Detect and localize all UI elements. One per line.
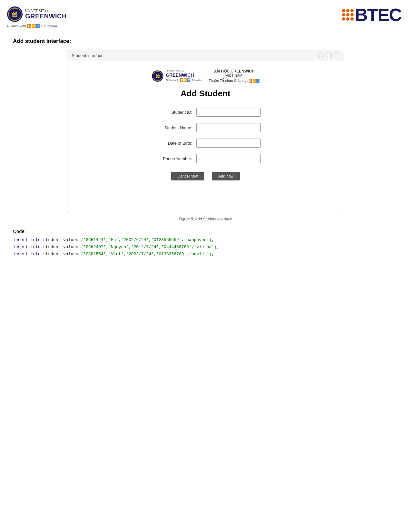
header-left: ✦ UoG UNIVERSITY of GREENWICH Alliance w… [6,6,67,28]
student-interface-window: Student interface UoG [67,50,344,213]
modal-university-right: ĐẠI HỌC GREENWICH (VIỆT NAM) Thuộc Tổ ch… [209,69,259,83]
university-name-block: UNIVERSITY of GREENWICH [25,9,67,20]
window-titlebar: Student interface [67,50,344,61]
window-close-button[interactable] [334,53,339,58]
dob-input[interactable] [196,139,261,148]
svg-rect-4 [13,12,14,14]
add-student-heading: Add Student [83,89,328,99]
svg-text:UoG: UoG [13,14,17,16]
phone-group: Phone Number: [83,154,328,163]
university-emblem-icon: ✦ UoG [6,6,23,23]
university-of-text: UNIVERSITY of [25,9,67,13]
university-logo: ✦ UoG UNIVERSITY of GREENWICH [6,6,67,23]
modal-fpt-right-logo-icon: FPT [250,79,259,83]
modal-university-name-block: UNIVERSITY of GREENWICH Alliance with FP… [166,70,202,82]
window-controls [318,53,339,58]
code-line-1: insert into student values ('GCH1444','H… [13,237,398,244]
svg-rect-10 [156,74,157,75]
add-button[interactable]: Add now [212,172,240,180]
svg-rect-11 [158,74,159,75]
window-maximize-button[interactable] [326,53,332,58]
modal-university-emblem-icon: UoG [152,70,164,82]
page-header: ✦ UoG UNIVERSITY of GREENWICH Alliance w… [0,0,411,32]
page-content: Add student interface: Student interface [0,32,411,271]
student-id-group: Student ID: [83,108,328,117]
svg-text:UoG: UoG [156,76,160,78]
modal-alliance-text: Alliance with FPT Education [166,78,202,82]
university-name-text: GREENWICH [25,13,67,20]
code-label: Code: [13,228,398,234]
btec-dots-icon [342,9,354,21]
phone-label: Phone Number: [151,156,192,161]
code-line-2: insert into student values ('GCH2407','N… [13,244,398,251]
modal-app-header: UoG UNIVERSITY of GREENWICH Alliance wit… [83,69,328,83]
cancel-button[interactable]: Cancel now [171,172,204,180]
student-id-input[interactable] [196,108,261,117]
code-block: insert into student values ('GCH1444','H… [13,237,398,258]
window-minimize-button[interactable] [318,53,324,58]
window-title: Student interface [72,53,103,58]
alliance-text: Alliance with FPT Education [6,24,57,28]
dob-label: Date of Birth: [151,141,192,146]
modal-fpt-logo-icon: FPT [180,78,190,82]
student-name-input[interactable] [196,123,261,132]
student-name-group: Student Name: [83,123,328,132]
phone-input[interactable] [196,154,261,163]
svg-rect-5 [15,12,17,14]
code-line-3: insert into student values ('GCH1554','V… [13,251,398,258]
modal-university-logo: UoG UNIVERSITY of GREENWICH Alliance wit… [152,70,202,82]
svg-text:✦: ✦ [14,11,15,13]
section-title: Add student interface: [13,38,398,44]
form-buttons: Cancel now Add now [83,172,328,180]
btec-text: BTEC [355,6,401,24]
figure-caption: Figure 5: Add Student interface [13,217,398,221]
student-name-label: Student Name: [151,125,192,130]
student-id-label: Student ID: [151,110,192,115]
dob-group: Date of Birth: [83,139,328,148]
fpt-logo-icon: FPT [27,24,40,28]
modal-content: UoG UNIVERSITY of GREENWICH Alliance wit… [67,61,344,213]
btec-logo: BTEC [342,6,401,24]
